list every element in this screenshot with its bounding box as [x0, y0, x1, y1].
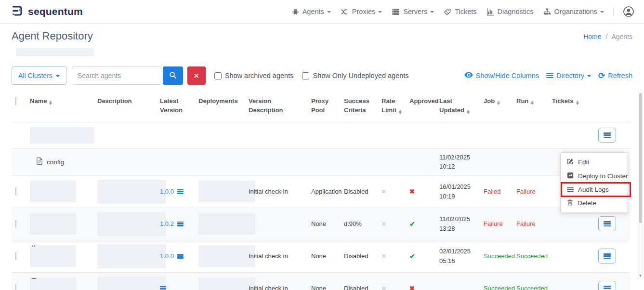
version-link[interactable]: 1.0.0 [160, 188, 174, 195]
run-status[interactable]: Failure [516, 220, 536, 227]
nav-tickets[interactable]: Tickets [443, 8, 476, 16]
show-undeployed-checkbox[interactable]: Show Only Undeployed agents [302, 72, 408, 79]
sitemap-icon [543, 8, 552, 16]
nav-proxies[interactable]: Proxies [340, 8, 382, 16]
table-row-agent[interactable]: 1.0.0 Initial check in Application Disab… [12, 175, 630, 208]
nav-organizations-label: Organizations [554, 8, 597, 15]
version-description-cell: Initial check in [246, 175, 308, 208]
table-row-agent[interactable]: — Initial check in None Disabled ✕ ✖ Suc… [12, 272, 630, 290]
column-header-last-updated[interactable]: Last Updated [436, 92, 481, 122]
row-checkbox[interactable] [15, 284, 16, 290]
table-row-agent[interactable]: 1.0.2 None d:90% ✕ ✔ 11/02/202513:28 Fai… [12, 208, 630, 240]
deploy-icon [567, 172, 574, 180]
context-menu-edit[interactable]: Edit [561, 155, 628, 169]
archived-checkbox-input[interactable] [214, 72, 222, 79]
nav-servers[interactable]: Servers [391, 8, 434, 16]
table-row-config[interactable]: config 11/02/202510:12 [12, 148, 630, 175]
show-archived-checkbox[interactable]: Show archived agents [214, 72, 294, 79]
column-header-name[interactable]: Name [27, 92, 94, 122]
refresh-icon: ⟳ [598, 72, 605, 80]
undeployed-checkbox-input[interactable] [302, 72, 309, 79]
brand-logo[interactable]: sequentum [11, 4, 83, 19]
version-link[interactable]: 1.0.0 [160, 252, 174, 260]
success-criteria-cell: Disabled [341, 272, 379, 290]
chevron-down-icon [327, 11, 331, 13]
undeployed-checkbox-label: Show Only Undeployed agents [313, 72, 408, 79]
version-link[interactable]: 1.0.2 [160, 220, 174, 227]
last-updated-cell: 11/02/202510:12 [436, 148, 481, 175]
breadcrumb-home-link[interactable]: Home [583, 33, 601, 40]
user-menu-button[interactable] [623, 6, 634, 17]
proxy-pool-cell: None [308, 240, 341, 272]
table-row-group[interactable] [12, 122, 630, 148]
show-hide-columns-button[interactable]: Show/Hide Columns [464, 72, 539, 79]
nav-agents[interactable]: Agents [291, 8, 331, 16]
version-menu-icon[interactable] [177, 189, 184, 194]
column-header-tickets[interactable]: Tickets [549, 92, 595, 122]
cluster-filter-dropdown[interactable]: All Clusters [12, 66, 66, 85]
column-header-rate-limit[interactable]: Rate Limit [379, 92, 407, 122]
job-status[interactable]: Failure [484, 220, 503, 227]
search-input[interactable] [72, 66, 161, 85]
column-header-success-criteria: Success Criteria [341, 92, 379, 122]
row-checkbox[interactable] [15, 187, 16, 196]
row-checkbox[interactable] [15, 220, 16, 228]
clear-search-button[interactable]: ✕ [187, 66, 206, 85]
version-menu-icon[interactable] [160, 286, 166, 290]
vertical-scrollbar[interactable]: ▼ [638, 91, 643, 279]
select-all-checkbox[interactable] [15, 97, 16, 105]
sort-icon [49, 101, 52, 105]
rate-limit-none-icon: ✕ [381, 285, 386, 290]
redacted-description [97, 244, 166, 268]
redacted-name [30, 127, 94, 144]
version-menu-icon[interactable] [177, 222, 184, 226]
version-description-cell [246, 208, 308, 240]
top-bar: sequentum Agents [0, 0, 644, 24]
job-status[interactable]: Succeeded [484, 285, 515, 290]
run-status[interactable]: Failure [516, 188, 536, 195]
sort-icon [399, 110, 402, 114]
nav-organizations[interactable]: Organizations [543, 8, 604, 16]
success-criteria-cell: Disabled [341, 175, 379, 208]
context-menu-delete[interactable]: Delete [561, 196, 628, 210]
row-actions-menu-button[interactable] [598, 249, 616, 264]
directory-label: Directory [556, 72, 584, 79]
table-header-row: Name Description Latest Version Deployme… [12, 92, 630, 122]
archived-checkbox-label: Show archived agents [225, 72, 294, 79]
scrollbar-down-arrow[interactable]: ▼ [638, 274, 643, 278]
row-actions-menu-button[interactable] [598, 128, 616, 143]
refresh-button[interactable]: ⟳ Refresh [598, 72, 632, 80]
run-status[interactable]: Succeeded [516, 252, 548, 260]
job-status[interactable]: Succeeded [484, 252, 515, 260]
job-status[interactable]: Failed [484, 188, 500, 195]
search-button[interactable] [163, 66, 183, 85]
android-icon [291, 8, 300, 16]
last-updated-cell: 16/01/202510:19 [436, 175, 481, 208]
success-criteria-cell: d:90% [341, 208, 379, 240]
column-header-job[interactable]: Job [481, 92, 513, 122]
redacted-subtitle [16, 48, 94, 56]
column-header-deployments: Deployments [196, 92, 246, 122]
scrollbar-thumb[interactable] [639, 93, 642, 223]
row-actions-menu-button[interactable] [598, 216, 616, 231]
x-icon: ✕ [194, 72, 199, 79]
context-menu-deploy[interactable]: Deploy to Cluster [561, 169, 628, 183]
eye-icon [464, 72, 473, 79]
row-actions-menu-button[interactable] [598, 281, 616, 290]
chevron-down-icon [587, 75, 591, 77]
config-file-name[interactable]: config [47, 158, 64, 166]
version-menu-icon[interactable] [177, 254, 184, 259]
hamburger-icon [604, 286, 611, 290]
context-menu-audit-logs[interactable]: Audit Logs [561, 183, 628, 196]
list-icon [546, 73, 553, 79]
trash-icon [567, 199, 573, 207]
directory-dropdown[interactable]: Directory [546, 72, 591, 79]
nav-proxies-label: Proxies [352, 8, 375, 15]
row-checkbox[interactable] [15, 252, 16, 260]
page-title: Agent Repository [12, 30, 94, 42]
column-header-run[interactable]: Run [513, 92, 549, 122]
table-row-agent[interactable]: •• 1.0.0 Initial check in None Disabled … [12, 240, 630, 272]
run-status[interactable]: Succeeded [516, 285, 548, 290]
column-header-proxy-pool: Proxy Pool [308, 92, 341, 122]
nav-diagnostics[interactable]: Diagnostics [486, 8, 534, 16]
